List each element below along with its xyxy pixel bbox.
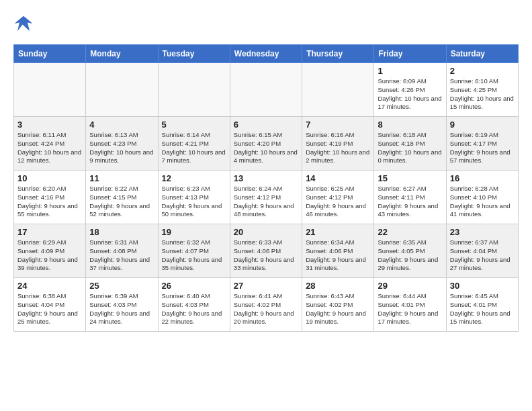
page-header <box>13 13 519 34</box>
cell-info: Sunrise: 6:27 AM Sunset: 4:11 PM Dayligh… <box>378 185 442 219</box>
calendar-cell: 2Sunrise: 6:10 AM Sunset: 4:25 PM Daylig… <box>446 63 518 117</box>
calendar-cell: 23Sunrise: 6:37 AM Sunset: 4:04 PM Dayli… <box>446 224 518 278</box>
cell-info: Sunrise: 6:10 AM Sunset: 4:25 PM Dayligh… <box>450 77 515 111</box>
calendar-cell: 22Sunrise: 6:35 AM Sunset: 4:05 PM Dayli… <box>374 224 446 278</box>
cell-info: Sunrise: 6:19 AM Sunset: 4:17 PM Dayligh… <box>450 131 515 165</box>
calendar-cell: 15Sunrise: 6:27 AM Sunset: 4:11 PM Dayli… <box>374 171 446 224</box>
cell-info: Sunrise: 6:09 AM Sunset: 4:26 PM Dayligh… <box>378 77 442 111</box>
calendar-header: SundayMondayTuesdayWednesdayThursdayFrid… <box>14 45 519 63</box>
cell-info: Sunrise: 6:44 AM Sunset: 4:01 PM Dayligh… <box>378 292 442 326</box>
cell-info: Sunrise: 6:23 AM Sunset: 4:13 PM Dayligh… <box>162 185 226 219</box>
cell-info: Sunrise: 6:41 AM Sunset: 4:02 PM Dayligh… <box>234 292 298 326</box>
calendar-cell: 29Sunrise: 6:44 AM Sunset: 4:01 PM Dayli… <box>374 278 446 332</box>
logo-icon <box>13 13 34 34</box>
day-number: 8 <box>378 120 442 130</box>
day-number: 20 <box>234 227 298 237</box>
calendar-week-1: 1Sunrise: 6:09 AM Sunset: 4:26 PM Daylig… <box>14 63 519 117</box>
column-header-wednesday: Wednesday <box>230 45 302 63</box>
calendar-cell: 4Sunrise: 6:13 AM Sunset: 4:23 PM Daylig… <box>86 117 158 171</box>
day-number: 13 <box>234 173 298 183</box>
calendar-cell: 18Sunrise: 6:31 AM Sunset: 4:08 PM Dayli… <box>86 224 158 278</box>
calendar-cell: 7Sunrise: 6:16 AM Sunset: 4:19 PM Daylig… <box>302 117 374 171</box>
calendar-cell: 25Sunrise: 6:39 AM Sunset: 4:03 PM Dayli… <box>86 278 158 332</box>
day-number: 15 <box>378 173 442 183</box>
cell-info: Sunrise: 6:14 AM Sunset: 4:21 PM Dayligh… <box>162 131 226 165</box>
calendar-cell: 20Sunrise: 6:33 AM Sunset: 4:06 PM Dayli… <box>230 224 302 278</box>
calendar-table: SundayMondayTuesdayWednesdayThursdayFrid… <box>13 44 519 332</box>
svg-marker-0 <box>15 16 33 32</box>
calendar-cell: 30Sunrise: 6:45 AM Sunset: 4:01 PM Dayli… <box>446 278 518 332</box>
calendar-cell: 1Sunrise: 6:09 AM Sunset: 4:26 PM Daylig… <box>374 63 446 117</box>
calendar-cell <box>14 63 86 117</box>
cell-info: Sunrise: 6:20 AM Sunset: 4:16 PM Dayligh… <box>17 185 82 219</box>
calendar-week-3: 10Sunrise: 6:20 AM Sunset: 4:16 PM Dayli… <box>14 171 519 224</box>
column-header-tuesday: Tuesday <box>158 45 230 63</box>
cell-info: Sunrise: 6:16 AM Sunset: 4:19 PM Dayligh… <box>306 131 370 165</box>
day-number: 27 <box>234 281 298 291</box>
day-number: 16 <box>450 173 515 183</box>
day-number: 24 <box>17 281 82 291</box>
calendar-cell: 17Sunrise: 6:29 AM Sunset: 4:09 PM Dayli… <box>14 224 86 278</box>
day-number: 30 <box>450 281 515 291</box>
calendar-cell: 21Sunrise: 6:34 AM Sunset: 4:06 PM Dayli… <box>302 224 374 278</box>
calendar-cell: 16Sunrise: 6:28 AM Sunset: 4:10 PM Dayli… <box>446 171 518 224</box>
calendar-cell: 6Sunrise: 6:15 AM Sunset: 4:20 PM Daylig… <box>230 117 302 171</box>
day-number: 10 <box>17 173 82 183</box>
calendar-week-5: 24Sunrise: 6:38 AM Sunset: 4:04 PM Dayli… <box>14 278 519 332</box>
cell-info: Sunrise: 6:39 AM Sunset: 4:03 PM Dayligh… <box>89 292 154 326</box>
calendar-cell: 9Sunrise: 6:19 AM Sunset: 4:17 PM Daylig… <box>446 117 518 171</box>
calendar-cell: 28Sunrise: 6:43 AM Sunset: 4:02 PM Dayli… <box>302 278 374 332</box>
column-header-thursday: Thursday <box>302 45 374 63</box>
day-number: 14 <box>306 173 370 183</box>
logo <box>13 13 36 34</box>
cell-info: Sunrise: 6:38 AM Sunset: 4:04 PM Dayligh… <box>17 292 82 326</box>
day-number: 19 <box>162 227 226 237</box>
cell-info: Sunrise: 6:11 AM Sunset: 4:24 PM Dayligh… <box>17 131 82 165</box>
cell-info: Sunrise: 6:28 AM Sunset: 4:10 PM Dayligh… <box>450 185 515 219</box>
day-number: 3 <box>17 120 82 130</box>
day-number: 2 <box>450 66 515 76</box>
column-header-monday: Monday <box>86 45 158 63</box>
day-number: 11 <box>89 173 154 183</box>
cell-info: Sunrise: 6:24 AM Sunset: 4:12 PM Dayligh… <box>234 185 298 219</box>
column-header-saturday: Saturday <box>446 45 518 63</box>
calendar-cell: 3Sunrise: 6:11 AM Sunset: 4:24 PM Daylig… <box>14 117 86 171</box>
cell-info: Sunrise: 6:22 AM Sunset: 4:15 PM Dayligh… <box>89 185 154 219</box>
calendar-cell: 12Sunrise: 6:23 AM Sunset: 4:13 PM Dayli… <box>158 171 230 224</box>
calendar-cell: 19Sunrise: 6:32 AM Sunset: 4:07 PM Dayli… <box>158 224 230 278</box>
calendar-cell <box>86 63 158 117</box>
cell-info: Sunrise: 6:29 AM Sunset: 4:09 PM Dayligh… <box>17 238 82 273</box>
day-number: 4 <box>89 120 154 130</box>
cell-info: Sunrise: 6:32 AM Sunset: 4:07 PM Dayligh… <box>162 238 226 273</box>
calendar-cell: 8Sunrise: 6:18 AM Sunset: 4:18 PM Daylig… <box>374 117 446 171</box>
cell-info: Sunrise: 6:40 AM Sunset: 4:03 PM Dayligh… <box>162 292 226 326</box>
cell-info: Sunrise: 6:35 AM Sunset: 4:05 PM Dayligh… <box>378 238 442 273</box>
cell-info: Sunrise: 6:15 AM Sunset: 4:20 PM Dayligh… <box>234 131 298 165</box>
calendar-cell: 24Sunrise: 6:38 AM Sunset: 4:04 PM Dayli… <box>14 278 86 332</box>
calendar-cell: 11Sunrise: 6:22 AM Sunset: 4:15 PM Dayli… <box>86 171 158 224</box>
day-number: 25 <box>89 281 154 291</box>
column-header-sunday: Sunday <box>14 45 86 63</box>
day-number: 7 <box>306 120 370 130</box>
day-number: 23 <box>450 227 515 237</box>
calendar-cell: 27Sunrise: 6:41 AM Sunset: 4:02 PM Dayli… <box>230 278 302 332</box>
calendar-cell: 14Sunrise: 6:25 AM Sunset: 4:12 PM Dayli… <box>302 171 374 224</box>
calendar-cell <box>158 63 230 117</box>
calendar-cell: 10Sunrise: 6:20 AM Sunset: 4:16 PM Dayli… <box>14 171 86 224</box>
day-number: 9 <box>450 120 515 130</box>
cell-info: Sunrise: 6:43 AM Sunset: 4:02 PM Dayligh… <box>306 292 370 326</box>
day-number: 22 <box>378 227 442 237</box>
calendar-body: 1Sunrise: 6:09 AM Sunset: 4:26 PM Daylig… <box>14 63 519 332</box>
calendar-week-4: 17Sunrise: 6:29 AM Sunset: 4:09 PM Dayli… <box>14 224 519 278</box>
day-number: 6 <box>234 120 298 130</box>
cell-info: Sunrise: 6:13 AM Sunset: 4:23 PM Dayligh… <box>89 131 154 165</box>
day-number: 17 <box>17 227 82 237</box>
day-number: 12 <box>162 173 226 183</box>
day-number: 5 <box>162 120 226 130</box>
day-number: 1 <box>378 66 442 76</box>
calendar-cell <box>302 63 374 117</box>
day-number: 21 <box>306 227 370 237</box>
calendar-cell <box>230 63 302 117</box>
day-number: 26 <box>162 281 226 291</box>
cell-info: Sunrise: 6:31 AM Sunset: 4:08 PM Dayligh… <box>89 238 154 273</box>
